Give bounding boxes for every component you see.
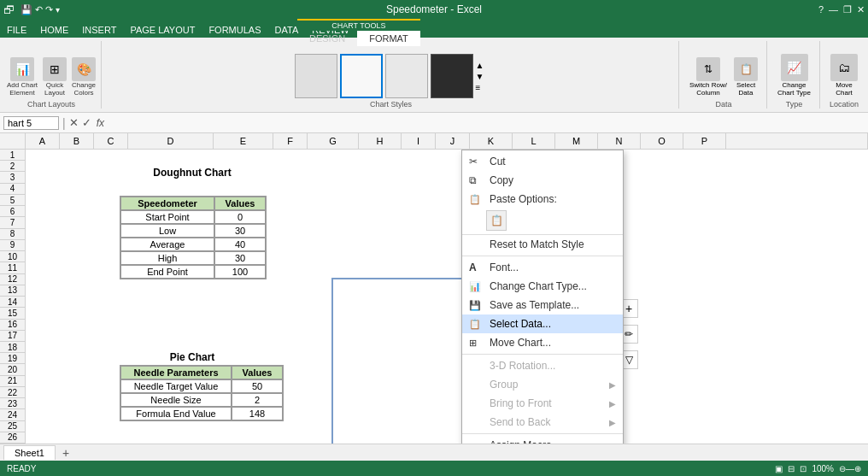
redo-icon[interactable]: ↷ [45, 4, 53, 15]
menu-item-assign-macro[interactable]: Assign Macro... [462, 436, 623, 444]
row-header-12[interactable]: 12 [0, 274, 25, 285]
col-header-i[interactable]: I [402, 133, 436, 149]
row-header-5[interactable]: 5 [0, 195, 25, 206]
row-header-18[interactable]: 18 [0, 342, 25, 353]
col-header-j[interactable]: J [436, 133, 470, 149]
menu-item-paste[interactable]: 📋 Paste Options: [462, 190, 623, 209]
col-header-e[interactable]: E [214, 133, 273, 149]
col-header-a[interactable]: A [26, 133, 60, 149]
paste-option-btn-1[interactable]: 📋 [486, 210, 507, 231]
row-header-15[interactable]: 15 [0, 308, 25, 319]
menu-item-cut[interactable]: ✂ Cut [462, 152, 623, 171]
style-thumb-2[interactable] [340, 54, 383, 98]
zoom-slider[interactable]: ⊖—⊕ [839, 464, 861, 473]
col-header-c[interactable]: C [94, 133, 128, 149]
menu-item-font[interactable]: A Font... [462, 258, 623, 277]
move-chart-btn[interactable]: 🗂 MoveChart [829, 52, 859, 98]
col-header-k[interactable]: K [470, 133, 513, 149]
col-header-o[interactable]: O [641, 133, 683, 149]
tab-insert[interactable]: INSERT [75, 22, 123, 38]
formula-input[interactable] [109, 118, 865, 128]
fx-cancel-icon[interactable]: ✕ [69, 116, 79, 129]
tab-page-layout[interactable]: PAGE LAYOUT [123, 22, 202, 38]
tab-design[interactable]: DESIGN [297, 31, 357, 46]
row-header-9[interactable]: 9 [0, 240, 25, 251]
minimize-btn[interactable]: — [829, 4, 838, 15]
doughnut-average-label: Average [120, 238, 214, 251]
row-header-22[interactable]: 22 [0, 387, 25, 398]
row-header-14[interactable]: 14 [0, 297, 25, 308]
col-header-g[interactable]: G [308, 133, 359, 149]
help-icon[interactable]: ? [818, 4, 824, 15]
tab-format[interactable]: FORMAT [357, 31, 420, 46]
menu-item-copy[interactable]: ⧉ Copy [462, 171, 623, 190]
row-header-8[interactable]: 8 [0, 229, 25, 240]
row-header-19[interactable]: 19 [0, 353, 25, 364]
view-page-icon[interactable]: ⊟ [788, 464, 795, 473]
move-chart-menu-icon: ⊞ [469, 338, 483, 349]
font-icon: A [469, 262, 483, 273]
grid-content: Doughnut Chart Speedometer Values Start … [26, 150, 868, 444]
style-thumb-1[interactable] [295, 54, 337, 98]
row-header-10[interactable]: 10 [0, 251, 25, 262]
row-header-24[interactable]: 24 [0, 409, 25, 420]
style-thumb-4[interactable] [431, 54, 473, 98]
row-header-1[interactable]: 1 [0, 150, 25, 161]
undo-icon[interactable]: ↶ [35, 4, 43, 15]
add-sheet-btn[interactable]: + [57, 444, 74, 461]
row-header-2[interactable]: 2 [0, 161, 25, 172]
col-header-rest[interactable] [726, 133, 868, 149]
sheet-tab-1[interactable]: Sheet1 [3, 445, 56, 460]
change-colors-btn[interactable]: 🎨 ChangeColors [70, 56, 97, 98]
change-chart-type-btn[interactable]: 📈 ChangeChart Type [776, 52, 812, 98]
menu-item-change-chart[interactable]: 📊 Change Chart Type... [462, 277, 623, 296]
row-header-16[interactable]: 16 [0, 320, 25, 331]
style-thumb-3[interactable] [385, 54, 428, 98]
col-header-p[interactable]: P [683, 133, 726, 149]
style-more-icon[interactable]: ≡ [476, 83, 488, 92]
view-normal-icon[interactable]: ▣ [775, 464, 783, 473]
style-down-icon[interactable]: ▼ [476, 72, 488, 81]
tab-home[interactable]: HOME [33, 22, 75, 38]
save-icon[interactable]: 💾 [21, 4, 32, 15]
close-btn[interactable]: ✕ [857, 4, 865, 15]
col-header-h[interactable]: H [359, 133, 402, 149]
menu-item-reset[interactable]: Reset to Match Style [462, 235, 623, 254]
col-header-f[interactable]: F [273, 133, 308, 149]
fx-confirm-icon[interactable]: ✓ [82, 116, 91, 129]
add-chart-element-btn[interactable]: 📊 Add ChartElement [5, 56, 39, 98]
name-box[interactable] [3, 116, 59, 130]
restore-btn[interactable]: ❐ [843, 4, 852, 15]
row-header-21[interactable]: 21 [0, 376, 25, 387]
row-header-6[interactable]: 6 [0, 206, 25, 217]
select-data-btn[interactable]: 📋 SelectData [732, 56, 760, 98]
row-header-7[interactable]: 7 [0, 217, 25, 228]
row-header-25[interactable]: 25 [0, 421, 25, 432]
row-header-26[interactable]: 26 [0, 432, 25, 444]
switch-row-col-btn[interactable]: ⇅ Switch Row/Column [688, 56, 729, 98]
row-header-20[interactable]: 20 [0, 364, 25, 375]
view-break-icon[interactable]: ⊡ [800, 464, 806, 473]
col-header-m[interactable]: M [555, 133, 598, 149]
group-arrow-icon: ▶ [609, 380, 616, 390]
row-header-4[interactable]: 4 [0, 184, 25, 195]
tab-file[interactable]: FILE [0, 22, 33, 38]
quick-layout-btn[interactable]: ⊞ QuickLayout [41, 56, 68, 98]
dropdown-icon[interactable]: ▾ [56, 5, 60, 15]
tab-formulas[interactable]: FORMULAS [202, 22, 267, 38]
col-header-b[interactable]: B [60, 133, 94, 149]
menu-item-save-template[interactable]: 💾 Save as Template... [462, 296, 623, 314]
row-header-3[interactable]: 3 [0, 172, 25, 183]
row-header-13[interactable]: 13 [0, 285, 25, 297]
col-header-n[interactable]: N [598, 133, 641, 149]
style-up-icon[interactable]: ▲ [476, 61, 488, 70]
row-header-17[interactable]: 17 [0, 331, 25, 342]
row-header-11[interactable]: 11 [0, 262, 25, 273]
row-header-23[interactable]: 23 [0, 398, 25, 409]
chart-styles-label: Chart Styles [370, 100, 412, 109]
col-header-d[interactable]: D [128, 133, 214, 149]
col-header-l[interactable]: L [513, 133, 555, 149]
menu-item-move-chart[interactable]: ⊞ Move Chart... [462, 333, 623, 352]
menu-item-select-data[interactable]: 📋 Select Data... [462, 314, 623, 333]
menu-select-data-label: Select Data... [490, 318, 551, 330]
